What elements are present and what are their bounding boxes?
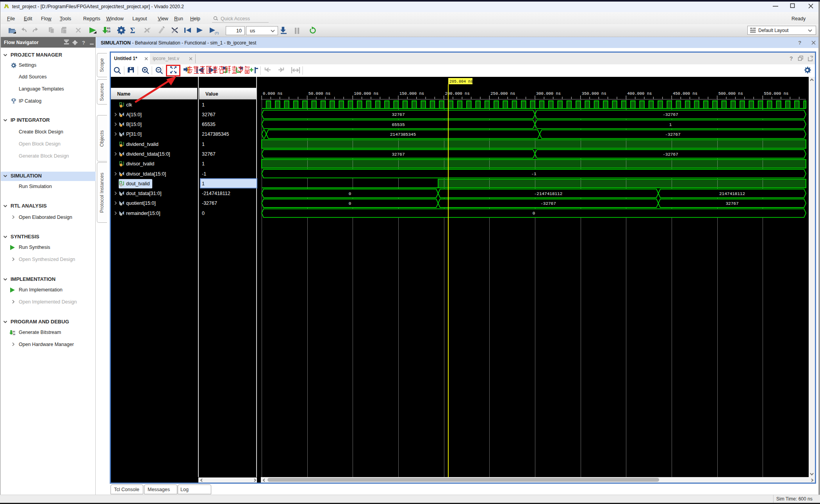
svg-text:01: 01 [12,330,16,333]
svg-text:0: 0 [349,192,351,196]
svg-text:-1: -1 [531,172,537,176]
svg-text:01: 01 [107,27,111,30]
svg-text:-32767: -32767 [663,112,678,117]
svg-text:50.000 ns: 50.000 ns [308,91,331,96]
svg-text:-2147418112: -2147418112 [534,192,563,196]
svg-text:205.004 ns: 205.004 ns [449,80,473,84]
svg-text:32767: 32767 [392,112,405,117]
svg-text:32767: 32767 [726,201,738,206]
svg-text:65535: 65535 [392,122,405,127]
svg-text:250.000 ns: 250.000 ns [490,91,515,96]
svg-text:(T): (T) [215,31,219,35]
svg-text:10: 10 [12,333,16,336]
svg-text:300.000 ns: 300.000 ns [536,91,561,96]
svg-text:2147385345: 2147385345 [390,132,416,137]
svg-text:0.000 ns: 0.000 ns [263,91,282,96]
svg-text:100.000 ns: 100.000 ns [354,91,378,96]
svg-text:-32767: -32767 [663,152,678,157]
svg-text:?: ? [798,40,801,46]
svg-text:1: 1 [669,122,672,127]
svg-text:10: 10 [107,30,111,33]
svg-text:Σ: Σ [130,26,135,35]
svg-text:?: ? [82,40,85,46]
svg-text:2147418112: 2147418112 [719,192,745,196]
svg-text:350.000 ns: 350.000 ns [582,91,606,96]
svg-text:500.000 ns: 500.000 ns [718,91,743,96]
svg-text:0: 0 [533,211,535,216]
svg-text:450.000 ns: 450.000 ns [673,91,697,96]
svg-text:400.000 ns: 400.000 ns [627,91,652,96]
svg-text:32767: 32767 [392,152,405,157]
svg-text:-32767: -32767 [665,132,681,137]
svg-text:200.000 ns: 200.000 ns [445,91,470,96]
svg-text:550.000 ns: 550.000 ns [764,91,788,96]
svg-text:-32767: -32767 [540,201,556,206]
svg-text:?: ? [790,55,793,62]
svg-text:150.000 ns: 150.000 ns [399,91,424,96]
svg-text:0: 0 [349,201,351,206]
